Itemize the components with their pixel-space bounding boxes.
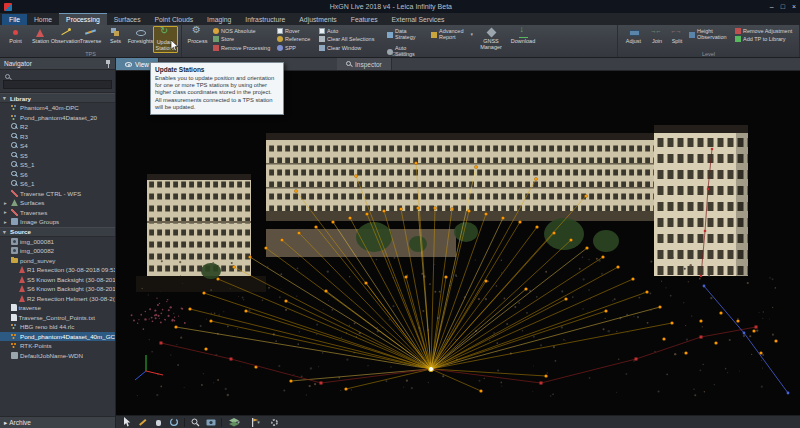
- navigator-search-input[interactable]: [3, 80, 112, 89]
- layers-icon[interactable]: ▾: [226, 417, 243, 428]
- zoom-window-icon[interactable]: [189, 417, 201, 428]
- ribbon-button-label: Sets: [110, 39, 121, 45]
- tree-item[interactable]: R1 Resection (30-08-2018 09:51): [0, 265, 115, 275]
- draw-icon[interactable]: [136, 417, 148, 428]
- tree-branch-label: Surfaces: [20, 199, 44, 206]
- minimize-button[interactable]: –: [770, 3, 774, 10]
- ribbon-tab[interactable]: Processing: [59, 13, 107, 25]
- ribbon-button[interactable]: Observation: [53, 26, 78, 53]
- tree-item[interactable]: DefaultJobName-WDN: [0, 351, 115, 361]
- ribbon-button[interactable]: Point: [3, 26, 28, 53]
- ribbon-button[interactable]: Traverse: [78, 26, 103, 53]
- join-icon: [652, 27, 663, 38]
- tree-item[interactable]: Phantom4_40m-DPC: [0, 103, 115, 113]
- ribbon-tab[interactable]: Imaging: [200, 14, 238, 25]
- tree-item-label: img_000081: [20, 238, 54, 245]
- tree-item[interactable]: HBG reno bld 44.rlc: [0, 322, 115, 332]
- ribbon-tab[interactable]: Surfaces: [107, 14, 148, 25]
- ribbon-tab[interactable]: Adjustments: [292, 14, 343, 25]
- title-bar: HxGN Live 2018 v4 - Leica Infinity Beta …: [0, 0, 800, 13]
- ribbon-tab-label: Surfaces: [114, 16, 141, 23]
- ribbon-tab[interactable]: External Services: [385, 14, 452, 25]
- ribbon-small-button[interactable]: Rover: [276, 27, 316, 35]
- tree-item[interactable]: S4: [0, 141, 115, 151]
- small-button-label: SPP: [285, 45, 296, 51]
- tree-item[interactable]: Pond_phantom4Dataset_40m_GCPs: [0, 332, 115, 342]
- tree-item-label: traverse: [19, 304, 41, 311]
- maximize-button[interactable]: □: [781, 3, 785, 10]
- add-tp-button[interactable]: Add TP to Library: [734, 36, 796, 44]
- ribbon-small-button[interactable]: Data Strategy: [386, 27, 424, 43]
- ribbon-button[interactable]: Station: [28, 26, 53, 53]
- height-observation-button[interactable]: Height Observation: [688, 27, 732, 43]
- download-button[interactable]: Download: [508, 26, 538, 45]
- chevron-right-icon: ▸: [4, 419, 7, 427]
- tree-item[interactable]: RTK-Points: [0, 341, 115, 351]
- tree-item[interactable]: S6 Known Backsight (30-08-201: [0, 284, 115, 294]
- tree-item-icon: [19, 276, 25, 283]
- pan-icon[interactable]: [152, 417, 164, 428]
- tree-item[interactable]: traverse: [0, 303, 115, 313]
- ribbon-small-button[interactable]: NOS Absolute: [212, 27, 274, 35]
- tree-branch[interactable]: ▸ Image Groups: [0, 217, 115, 227]
- ribbon-tab[interactable]: Features: [344, 14, 385, 25]
- display-mode-icon[interactable]: ▾: [247, 417, 264, 428]
- tree-branch[interactable]: ▸ Traverses: [0, 208, 115, 218]
- source-section-header[interactable]: ▾ Source: [0, 227, 115, 237]
- library-subsections: ▸ Surfaces ▸ Traverses ▸: [0, 198, 115, 227]
- advanced-report-button[interactable]: Advanced Report ▾: [430, 27, 474, 43]
- ribbon-tab-label: External Services: [392, 16, 445, 23]
- ribbon-small-button[interactable]: Reference: [276, 36, 316, 44]
- tree-item-label: Phantom4_40m-DPC: [20, 104, 79, 111]
- tree-item[interactable]: S5: [0, 151, 115, 161]
- orbit-icon[interactable]: [168, 417, 180, 428]
- tree-item-label: S4: [20, 142, 28, 149]
- ribbon-small-button[interactable]: Clear All Selections: [318, 36, 384, 44]
- height-observation-icon: [689, 32, 695, 38]
- ribbon-button[interactable]: Foresights: [128, 26, 153, 53]
- process-button[interactable]: Process: [185, 26, 210, 45]
- tree-item[interactable]: Pond_phantom4Dataset_20: [0, 113, 115, 123]
- tree-item[interactable]: S6: [0, 170, 115, 180]
- app-logo-icon: [4, 3, 12, 11]
- tree-item-label: R2: [20, 123, 28, 130]
- tree-item-label: img_000082: [20, 247, 54, 254]
- small-button-label: NOS Absolute: [221, 28, 256, 34]
- archive-section-header[interactable]: ▸ Archive: [0, 416, 115, 428]
- settings-icon[interactable]: [268, 417, 280, 428]
- tree-item[interactable]: Traverse CTRL - WFS: [0, 189, 115, 199]
- ribbon-tab[interactable]: Home: [27, 14, 59, 25]
- ribbon-tab[interactable]: File: [2, 14, 27, 25]
- tree-item[interactable]: Traverse_Control_Points.txt: [0, 313, 115, 323]
- library-section-header[interactable]: ▾ Library: [0, 93, 115, 103]
- ribbon-small-button[interactable]: Auto: [318, 27, 384, 35]
- tree-item[interactable]: S5_1: [0, 160, 115, 170]
- gnss-manager-button[interactable]: GNSS Manager: [476, 26, 506, 51]
- close-button[interactable]: ×: [792, 3, 796, 10]
- tree-item[interactable]: R2 Resection Helmert (30-08-2(: [0, 294, 115, 304]
- camera-view-icon[interactable]: [205, 417, 217, 428]
- tree-item[interactable]: S6_1: [0, 179, 115, 189]
- remove-adjustment-button[interactable]: Remove Adjustment: [734, 27, 796, 35]
- adjust-button[interactable]: Adjust: [621, 26, 646, 45]
- split-button[interactable]: Split: [668, 26, 686, 45]
- tree-item[interactable]: pond_survey: [0, 256, 115, 266]
- tree-branch-icon: [11, 199, 18, 206]
- join-button[interactable]: Join: [648, 26, 666, 45]
- viewport-3d[interactable]: ▾ ▾: [116, 71, 800, 428]
- ribbon-group-level: Adjust Join Split Height Observation Rem…: [618, 25, 800, 57]
- tree-item[interactable]: R3: [0, 132, 115, 142]
- select-icon[interactable]: [120, 417, 132, 428]
- split-icon: [672, 27, 683, 38]
- tree-branch[interactable]: ▸ Surfaces: [0, 198, 115, 208]
- pin-icon[interactable]: [105, 60, 111, 68]
- tree-item[interactable]: img_000081: [0, 237, 115, 247]
- tab-inspector[interactable]: Inspector: [337, 58, 392, 70]
- small-button-label: Clear All Selections: [327, 36, 374, 42]
- tree-item[interactable]: R2: [0, 122, 115, 132]
- tree-item[interactable]: img_000082: [0, 246, 115, 256]
- tree-item[interactable]: S5 Known Backsight (30-08-201: [0, 275, 115, 285]
- ribbon-button[interactable]: Sets: [103, 26, 128, 53]
- ribbon-tab[interactable]: Infrastructure: [238, 14, 292, 25]
- ribbon-small-button[interactable]: Store: [212, 36, 274, 44]
